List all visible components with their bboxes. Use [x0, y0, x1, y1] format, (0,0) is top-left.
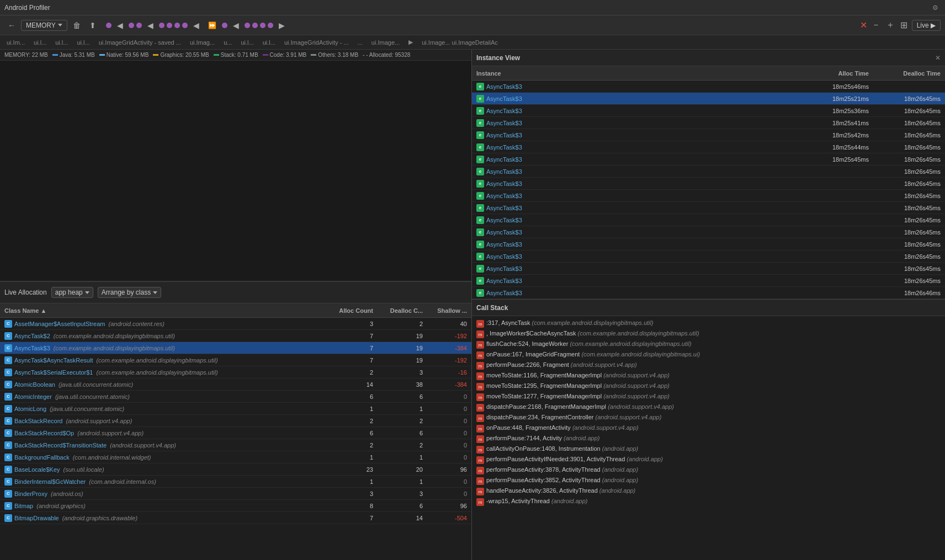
table-row[interactable]: C BitmapDrawable (android.graphics.drawa…: [0, 512, 471, 524]
instance-row[interactable]: e AsyncTask$3 18m25s21ms 18m26s45ms: [472, 93, 945, 105]
close-button[interactable]: ✕: [860, 20, 867, 30]
instance-table[interactable]: e AsyncTask$3 18m25s46ms e AsyncTask$3 1…: [472, 81, 945, 299]
table-area[interactable]: Class Name ▲ Alloc Count Dealloc C... Sh…: [0, 303, 471, 560]
instance-row[interactable]: e AsyncTask$3 18m26s45ms: [472, 250, 945, 263]
callstack-text: , ImageWorker$CacheAsyncTask (com.exampl…: [486, 330, 699, 337]
tab-0[interactable]: ui.Im...: [2, 35, 29, 50]
instance-row[interactable]: e AsyncTask$3 18m25s46ms: [472, 81, 945, 93]
tab-12[interactable]: ▶: [404, 35, 417, 50]
callstack-row[interactable]: m :317, AsyncTask (com.example.android.d…: [472, 318, 945, 329]
back-button[interactable]: ←: [4, 19, 19, 31]
table-row[interactable]: C BackStackRecord$Op (android.support.v4…: [0, 427, 471, 439]
th-class[interactable]: Class Name ▲: [0, 307, 328, 314]
callstack-row[interactable]: m moveToState:1277, FragmentManagerImpl …: [472, 392, 945, 402]
callstack-row[interactable]: m -wrap15, ActivityThread (android.app): [472, 497, 945, 507]
nav-right-2[interactable]: ▶: [275, 19, 288, 31]
table-row[interactable]: C BaseLocale$Key (sun.util.locale) 23 20…: [0, 463, 471, 476]
table-row[interactable]: C BinderProxy (android.os) 3 3 0: [0, 488, 471, 500]
table-row[interactable]: C BinderInternal$GcWatcher (com.android.…: [0, 476, 471, 488]
tab-8[interactable]: ui.l...: [258, 35, 280, 50]
instance-row[interactable]: e AsyncTask$3 18m26s45ms: [472, 166, 945, 178]
tab-3[interactable]: ui.l...: [72, 35, 94, 50]
nav-left-2[interactable]: ◀: [144, 19, 157, 31]
callstack-row[interactable]: m performPauseActivity:3878, ActivityThr…: [472, 465, 945, 476]
instance-row[interactable]: e AsyncTask$3 18m26s45ms: [472, 190, 945, 202]
instance-row[interactable]: e AsyncTask$3 18m26s45ms: [472, 238, 945, 250]
table-row[interactable]: C BackStackRecord$TransitionState (andro…: [0, 439, 471, 451]
tab-2[interactable]: ui.l...: [51, 35, 72, 50]
instance-view-close[interactable]: ✕: [935, 54, 941, 62]
instance-row[interactable]: e AsyncTask$3 18m26s45ms: [472, 263, 945, 275]
class-name: BinderInternal$GcWatcher: [14, 478, 86, 485]
table-row[interactable]: C AssetManager$AssetInputStream (android…: [0, 318, 471, 330]
arrange-by-dropdown[interactable]: Arrange by class: [98, 287, 161, 298]
callstack-row[interactable]: m onPause:448, FragmentActivity (android…: [472, 423, 945, 434]
instance-row[interactable]: e AsyncTask$3 18m25s36ms 18m26s45ms: [472, 105, 945, 117]
th-dealloc[interactable]: Dealloc C...: [378, 307, 427, 314]
tab-9[interactable]: ui.ImageGridActivity - ...: [280, 35, 353, 50]
restore-button[interactable]: ⊞: [900, 20, 907, 30]
th-alloc[interactable]: Alloc Count: [328, 307, 378, 314]
callstack-list[interactable]: m :317, AsyncTask (com.example.android.d…: [472, 316, 945, 560]
tab-7[interactable]: ui.l...: [236, 35, 258, 50]
instance-row[interactable]: e AsyncTask$3 18m26s45ms: [472, 275, 945, 287]
callstack-row[interactable]: m dispatchPause:2168, FragmentManagerImp…: [472, 402, 945, 413]
app-heap-dropdown[interactable]: app heap: [51, 287, 93, 298]
nav-left-4[interactable]: ◀: [230, 19, 242, 31]
tab-11[interactable]: ui.Image...: [367, 35, 404, 50]
class-pkg: (com.example.android.displayingbitmaps.u…: [54, 345, 175, 351]
memory-dropdown[interactable]: MEMORY: [21, 20, 67, 31]
instance-row[interactable]: e AsyncTask$3 18m25s42ms 18m26s45ms: [472, 129, 945, 141]
minimize-button[interactable]: －: [872, 19, 880, 31]
callstack-row[interactable]: m flushCache:524, ImageWorker (com.examp…: [472, 339, 945, 350]
callstack-row[interactable]: m dispatchPause:234, FragmentController …: [472, 413, 945, 423]
callstack-row[interactable]: m callActivityOnPause:1408, Instrumentat…: [472, 444, 945, 455]
live-button[interactable]: Live ▶: [912, 20, 941, 31]
instance-row[interactable]: e AsyncTask$3 18m26s45ms: [472, 214, 945, 226]
table-row[interactable]: C BackStackRecord (android.support.v4.ap…: [0, 415, 471, 427]
callstack-row[interactable]: m performPauseActivityIfNeeded:3901, Act…: [472, 455, 945, 465]
tab-10[interactable]: ...: [353, 35, 367, 50]
callstack-row[interactable]: m , ImageWorker$CacheAsyncTask (com.exam…: [472, 329, 945, 339]
table-row[interactable]: C AsyncTask$2 (com.example.android.displ…: [0, 330, 471, 342]
tab-4[interactable]: ui.ImageGridActivity - saved ...: [94, 35, 185, 50]
trash-button[interactable]: 🗑: [70, 19, 84, 31]
callstack-row[interactable]: m moveToState:1166, FragmentManagerImpl …: [472, 371, 945, 381]
callstack-row[interactable]: m performPauseActivity:3852, ActivityThr…: [472, 476, 945, 486]
tab-13[interactable]: ui.Image... ui.ImageDetailAc: [417, 35, 502, 50]
callstack-row[interactable]: m onPause:167, ImageGridFragment (com.ex…: [472, 350, 945, 360]
table-row[interactable]: C AsyncTask$SerialExecutor$1 (com.exampl…: [0, 366, 471, 378]
td-class: C AssetManager$AssetInputStream (android…: [0, 320, 328, 328]
table-row[interactable]: C AtomicInteger (java.util.concurrent.at…: [0, 391, 471, 403]
instance-row[interactable]: e AsyncTask$3 18m26s45ms: [472, 226, 945, 238]
table-row[interactable]: C AtomicBoolean (java.util.concurrent.at…: [0, 378, 471, 391]
table-row[interactable]: C AsyncTask$AsyncTaskResult (com.example…: [0, 354, 471, 366]
th-shallow[interactable]: Shallow ...: [427, 307, 471, 314]
gear-icon[interactable]: ⚙: [932, 4, 938, 12]
itd-name: e AsyncTask$3: [472, 216, 801, 224]
export-button[interactable]: ⬆: [86, 19, 99, 31]
class-pkg: (java.util.concurrent.atomic): [59, 381, 133, 388]
instance-row[interactable]: e AsyncTask$3 18m26s45ms: [472, 202, 945, 214]
nav-left-3[interactable]: ◀: [190, 19, 203, 31]
callstack-row[interactable]: m performPause:2266, Fragment (android.s…: [472, 360, 945, 371]
callstack-row[interactable]: m handlePauseActivity:3826, ActivityThre…: [472, 486, 945, 497]
instance-row[interactable]: e AsyncTask$3 18m25s44ms 18m26s45ms: [472, 141, 945, 153]
callstack-row[interactable]: m moveToState:1295, FragmentManagerImpl …: [472, 381, 945, 392]
tab-5[interactable]: ui.Imag...: [185, 35, 219, 50]
nav-left-1[interactable]: ◀: [114, 19, 126, 31]
table-row[interactable]: C AtomicLong (java.util.concurrent.atomi…: [0, 403, 471, 415]
tab-6[interactable]: u...: [219, 35, 236, 50]
instance-row[interactable]: e AsyncTask$3 18m26s45ms: [472, 178, 945, 190]
instance-row[interactable]: e AsyncTask$3 18m25s41ms 18m26s45ms: [472, 117, 945, 129]
table-row[interactable]: C BackgroundFallback (com.android.intern…: [0, 451, 471, 463]
nav-right-1[interactable]: ⏩: [205, 20, 220, 31]
table-row[interactable]: C Bitmap (android.graphics) 8 6 96: [0, 500, 471, 512]
instance-row[interactable]: e AsyncTask$3 18m26s46ms: [472, 287, 945, 299]
table-row[interactable]: C AsyncTask$3 (com.example.android.displ…: [0, 342, 471, 354]
tab-1[interactable]: ui.l...: [29, 35, 51, 50]
maximize-button[interactable]: ＋: [886, 19, 895, 31]
callstack-row[interactable]: m performPause:7144, Activity (android.a…: [472, 434, 945, 444]
method-name: onPause:167, ImageGridFragment: [486, 351, 581, 358]
instance-row[interactable]: e AsyncTask$3 18m25s45ms 18m26s45ms: [472, 153, 945, 166]
